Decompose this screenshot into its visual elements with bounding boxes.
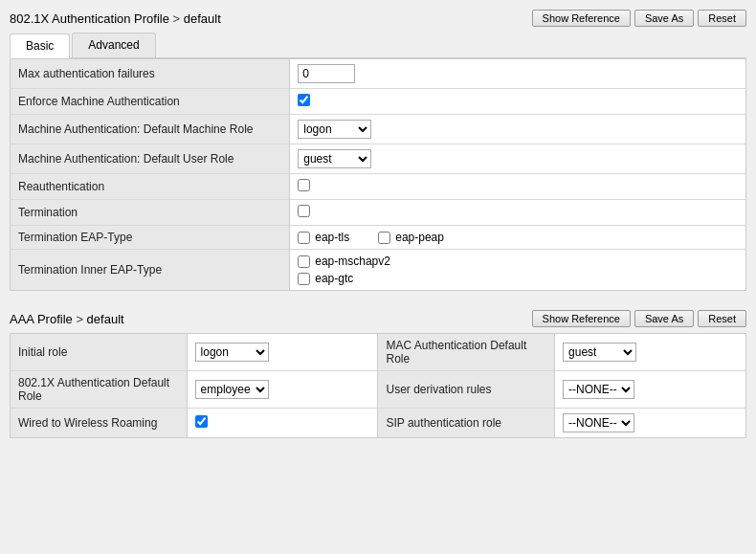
value-termination (290, 200, 746, 226)
eap-peap-label: eap-peap (395, 231, 444, 244)
aaa-title: AAA Profile > default (10, 312, 124, 326)
eap-gtc-option: eap-gtc (298, 272, 738, 285)
value-reauthentication (290, 174, 746, 200)
value-mac-auth-default-role: guest logon employee (555, 334, 746, 371)
label-initial-role: Initial role (11, 334, 188, 371)
value-initial-role: logon guest employee (187, 334, 378, 371)
dot1x-header-buttons: Show Reference Save As Reset (532, 10, 746, 27)
value-enforce-machine-auth (290, 89, 746, 115)
value-machine-auth-user-role: guest logon employee (290, 144, 746, 174)
dot1x-reset-button[interactable]: Reset (698, 10, 746, 27)
enforce-machine-auth-checkbox[interactable] (298, 94, 310, 106)
aaa-section: AAA Profile > default Show Reference Sav… (10, 310, 746, 438)
eap-tls-checkbox[interactable] (298, 232, 310, 244)
row-termination: Termination (11, 200, 746, 226)
label-machine-auth-machine-role: Machine Authentication: Default Machine … (11, 115, 290, 144)
eap-mschapv2-option: eap-mschapv2 (298, 255, 738, 268)
label-mac-auth-default-role: MAC Authentication Default Role (378, 334, 555, 371)
machine-auth-user-role-select[interactable]: guest logon employee (298, 149, 371, 168)
value-termination-inner-eap-type: eap-mschapv2 eap-gtc (290, 250, 746, 291)
value-machine-auth-machine-role: logon guest employee (290, 115, 746, 144)
value-dot1x-auth-default-role: employee logon guest (187, 371, 378, 409)
aaa-header: AAA Profile > default Show Reference Sav… (10, 310, 746, 327)
row-initial-role: Initial role logon guest employee MAC Au… (11, 334, 746, 371)
row-machine-auth-machine-role: Machine Authentication: Default Machine … (11, 115, 746, 144)
dot1x-profile-name: default (184, 11, 221, 26)
dot1x-title: 802.1X Authentication Profile > default (10, 11, 221, 26)
value-sip-auth-role: --NONE-- (555, 409, 746, 438)
value-termination-eap-type: eap-tls eap-peap (290, 226, 746, 250)
row-machine-auth-user-role: Machine Authentication: Default User Rol… (11, 144, 746, 174)
sip-auth-role-select[interactable]: --NONE-- (563, 413, 634, 432)
dot1x-section: 802.1X Authentication Profile > default … (10, 10, 746, 291)
row-enforce-machine-auth: Enforce Machine Authentication (11, 89, 746, 115)
user-derivation-rules-select[interactable]: --NONE-- (563, 380, 634, 399)
row-wired-wireless-roaming: Wired to Wireless Roaming SIP authentica… (11, 409, 746, 438)
tab-basic[interactable]: Basic (10, 33, 70, 58)
eap-peap-checkbox[interactable] (378, 232, 390, 244)
eap-gtc-label: eap-gtc (315, 272, 353, 285)
row-reauthentication: Reauthentication (11, 174, 746, 200)
eap-peap-option: eap-peap (378, 231, 444, 244)
dot1x-save-as-button[interactable]: Save As (634, 10, 694, 27)
eap-mschapv2-label: eap-mschapv2 (315, 255, 390, 268)
aaa-reset-button[interactable]: Reset (698, 310, 746, 327)
aaa-show-reference-button[interactable]: Show Reference (532, 310, 631, 327)
value-user-derivation-rules: --NONE-- (555, 371, 746, 409)
aaa-save-as-button[interactable]: Save As (634, 310, 694, 327)
row-dot1x-auth-default-role: 802.1X Authentication Default Role emplo… (11, 371, 746, 409)
label-termination-eap-type: Termination EAP-Type (11, 226, 290, 250)
aaa-header-buttons: Show Reference Save As Reset (532, 310, 746, 327)
label-sip-auth-role: SIP authentication role (378, 409, 555, 438)
label-reauthentication: Reauthentication (11, 174, 290, 200)
row-termination-eap-type: Termination EAP-Type eap-tls eap-peap (11, 226, 746, 250)
aaa-title-text: AAA Profile (10, 312, 73, 326)
eap-tls-option: eap-tls (298, 231, 349, 244)
reauthentication-checkbox[interactable] (298, 179, 310, 191)
eap-mschapv2-checkbox[interactable] (298, 255, 310, 268)
label-enforce-machine-auth: Enforce Machine Authentication (11, 89, 290, 115)
dot1x-header: 802.1X Authentication Profile > default … (10, 10, 746, 27)
dot1x-auth-default-role-select[interactable]: employee logon guest (195, 380, 269, 399)
label-max-auth-failures: Max authentication failures (11, 59, 290, 89)
inner-eap-options: eap-mschapv2 eap-gtc (298, 255, 738, 285)
eap-type-options: eap-tls eap-peap (298, 231, 738, 244)
eap-gtc-checkbox[interactable] (298, 273, 310, 285)
dot1x-title-text: 802.1X Authentication Profile (10, 11, 169, 26)
max-auth-failures-input[interactable] (298, 64, 355, 83)
initial-role-select[interactable]: logon guest employee (195, 343, 269, 362)
value-max-auth-failures (290, 59, 746, 89)
label-user-derivation-rules: User derivation rules (378, 371, 555, 409)
row-termination-inner-eap-type: Termination Inner EAP-Type eap-mschapv2 … (11, 250, 746, 291)
mac-auth-default-role-select[interactable]: guest logon employee (563, 343, 636, 362)
row-max-auth-failures: Max authentication failures (11, 59, 746, 89)
dot1x-form-table: Max authentication failures Enforce Mach… (10, 58, 746, 291)
eap-tls-label: eap-tls (315, 231, 349, 244)
label-machine-auth-user-role: Machine Authentication: Default User Rol… (11, 144, 290, 174)
label-termination-inner-eap-type: Termination Inner EAP-Type (11, 250, 290, 291)
label-termination: Termination (11, 200, 290, 226)
aaa-form-table: Initial role logon guest employee MAC Au… (10, 333, 746, 438)
tab-advanced[interactable]: Advanced (72, 33, 155, 57)
aaa-profile-name: default (87, 312, 124, 326)
wired-wireless-roaming-checkbox[interactable] (195, 415, 208, 428)
dot1x-show-reference-button[interactable]: Show Reference (532, 10, 631, 27)
dot1x-tabs: Basic Advanced (10, 33, 746, 58)
value-wired-wireless-roaming (187, 409, 378, 438)
machine-auth-machine-role-select[interactable]: logon guest employee (298, 120, 371, 139)
termination-checkbox[interactable] (298, 205, 310, 217)
label-wired-wireless-roaming: Wired to Wireless Roaming (11, 409, 188, 438)
label-dot1x-auth-default-role: 802.1X Authentication Default Role (11, 371, 188, 409)
